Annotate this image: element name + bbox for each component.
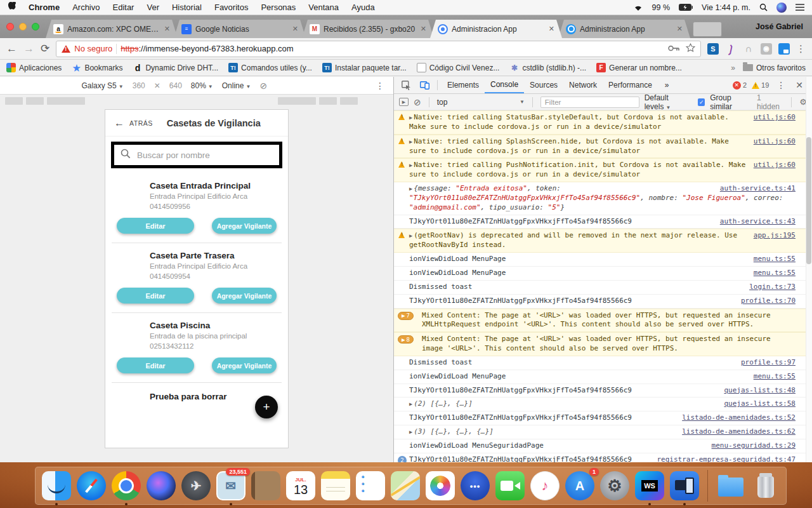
finder-icon[interactable] xyxy=(42,471,71,500)
browser-tab-2[interactable]: ≡Google Noticias✕ xyxy=(174,20,306,38)
device-toolbar-menu-icon[interactable]: ⋮ xyxy=(376,81,384,91)
menubar-item-ventana[interactable]: Ventana xyxy=(308,3,339,12)
reload-button[interactable]: ⟳ xyxy=(41,42,49,55)
tab-close-icon[interactable]: ✕ xyxy=(676,25,684,33)
apple-logo-icon[interactable] xyxy=(8,2,16,13)
console-source-link[interactable]: profile.ts:97 xyxy=(741,358,796,368)
zoom-select[interactable]: 80%▼ xyxy=(191,81,213,90)
media-query-segment[interactable] xyxy=(47,97,85,105)
console-row-3[interactable]: util.js:60▶Native: tried calling PushNot… xyxy=(394,158,812,182)
log-levels-select[interactable]: Default levels▼ xyxy=(645,93,693,111)
expand-arrow-icon[interactable]: ▶ xyxy=(409,401,412,407)
console-row-14[interactable]: menu.ts:55ionViewDidLoad MenuPage xyxy=(394,370,812,384)
console-scrollbar[interactable] xyxy=(806,77,812,462)
bookmark-item-4[interactable]: T!Comandos utiles (y... xyxy=(228,63,312,72)
extension-s-icon[interactable]: S xyxy=(707,43,719,55)
agregar-vigilante-button[interactable]: Agregar Vigilante xyxy=(212,288,277,304)
browser-tab-3[interactable]: MRecibidos (2.355) - gxbo20✕ xyxy=(302,20,434,38)
device-width-input[interactable]: 360 xyxy=(133,81,145,90)
devtools-tab-performance[interactable]: Performance xyxy=(603,77,658,93)
console-row-7[interactable]: menu.ts:55ionViewDidLoad MenuPage xyxy=(394,253,812,267)
console-row-1[interactable]: util.js:60▶Native: tried calling StatusB… xyxy=(394,110,812,135)
downloads-folder-icon[interactable] xyxy=(716,471,745,500)
console-row-16[interactable]: quejas-list.ts:58▶(2) [{…}, {…}] xyxy=(394,398,812,411)
menubar-item-chrome[interactable]: Chrome xyxy=(29,3,60,12)
expand-arrow-icon[interactable]: ▶ xyxy=(409,185,412,192)
extension-feather-icon[interactable]: ❳ xyxy=(724,42,737,55)
bookmark-item-6[interactable]: Código Civil Venez... xyxy=(417,63,500,72)
zoom-window-button[interactable] xyxy=(32,23,39,30)
throttle-off-icon[interactable]: ⊘ xyxy=(259,81,267,91)
console-source-link[interactable]: quejas-list.ts:48 xyxy=(724,386,796,396)
extension-camera-icon[interactable]: ◉ xyxy=(761,43,772,55)
menubar-item-archivo[interactable]: Archivo xyxy=(72,3,100,12)
bookmark-star-icon[interactable] xyxy=(686,43,695,55)
menubar-clock[interactable]: Vie 1:44 p. m. xyxy=(702,3,750,12)
address-bar[interactable]: No seguro https://immense-beyond-67383.h… xyxy=(56,41,701,57)
browser-tab-4[interactable]: Administracion App✕ xyxy=(430,20,562,38)
media-query-segment[interactable] xyxy=(340,97,358,105)
console-row-18[interactable]: listado-de-amenidades.ts:62▶(3) [{…}, {…… xyxy=(394,425,812,439)
console-source-link[interactable]: profile.ts:70 xyxy=(741,297,796,306)
agregar-vigilante-button[interactable]: Agregar Vigilante xyxy=(212,218,277,234)
menubar-item-ver[interactable]: Ver xyxy=(147,3,159,12)
system-preferences-icon[interactable]: ⚙ xyxy=(600,471,629,500)
console-row-17[interactable]: listado-de-amenidades.ts:52TJkyYOrt011u8… xyxy=(394,411,812,425)
editar-button[interactable]: Editar xyxy=(117,358,194,373)
bookmark-item-7[interactable]: ✱cstdlib (stdlib.h) -... xyxy=(509,63,586,72)
console-row-19[interactable]: menu-seguridad.ts:29ionViewDidLoad MenuS… xyxy=(394,439,812,453)
console-source-link[interactable]: auth-service.ts:41 xyxy=(720,184,796,194)
clear-console-icon[interactable]: ⊘ xyxy=(414,97,421,107)
bookmarks-overflow-chevron[interactable]: » xyxy=(731,64,735,72)
console-row-2[interactable]: util.js:60▶Native: tried calling SplashS… xyxy=(394,135,812,159)
back-button-label[interactable]: ATRÁS xyxy=(129,119,153,127)
console-source-link[interactable]: menu.ts:55 xyxy=(754,372,796,382)
chrome-icon[interactable] xyxy=(112,471,141,500)
webstorm-icon[interactable]: WS xyxy=(635,471,664,500)
chrome-profile-name[interactable]: José Gabriel xyxy=(756,22,803,31)
console-row-6[interactable]: app.js:195▶(getRootNav) is deprecated an… xyxy=(394,229,812,253)
expand-arrow-icon[interactable]: ▶ xyxy=(409,114,412,121)
console-source-link[interactable]: auth-service.ts:43 xyxy=(720,217,796,227)
password-key-icon[interactable] xyxy=(668,44,679,53)
console-source-link[interactable]: listado-de-amenidades.ts:62 xyxy=(682,427,796,437)
app-search-box[interactable]: Buscar por nombre xyxy=(111,142,282,168)
other-bookmarks-folder[interactable]: Otros favoritos xyxy=(743,64,806,72)
expand-arrow-icon[interactable]: ▶ xyxy=(409,138,412,145)
console-row-4[interactable]: auth-service.ts:41▶{message: "Entrada ex… xyxy=(394,182,812,215)
console-source-link[interactable]: menu.ts:55 xyxy=(754,255,796,264)
devtools-tab-sources[interactable]: Sources xyxy=(524,77,563,93)
calendar-icon[interactable]: JUL.13 xyxy=(286,471,315,500)
devtools-menu-icon[interactable]: ⋮ xyxy=(774,80,788,90)
network-throttle-select[interactable]: Online▼ xyxy=(222,81,251,90)
mixed-content-count-badge[interactable]: ▶8 xyxy=(398,335,414,344)
security-label[interactable]: No seguro xyxy=(74,44,112,53)
menubar-item-personas[interactable]: Personas xyxy=(261,3,296,12)
forward-button[interactable]: → xyxy=(23,43,34,55)
console-source-link[interactable]: util.js:60 xyxy=(754,137,796,147)
menubar-item-editar[interactable]: Editar xyxy=(112,3,134,12)
console-row-11[interactable]: ▶7Mixed Content: The page at '<URL>' was… xyxy=(394,309,812,333)
security-warning-icon[interactable] xyxy=(62,45,70,53)
console-source-link[interactable]: util.js:60 xyxy=(754,161,796,170)
device-select[interactable]: Galaxy S5▼ xyxy=(81,81,123,90)
media-query-segment[interactable] xyxy=(319,97,337,105)
console-row-15[interactable]: quejas-list.ts:48TJkyYOrt011u80eZFATZnHU… xyxy=(394,384,812,398)
contacts-icon[interactable] xyxy=(251,471,280,500)
minimize-window-button[interactable] xyxy=(19,23,27,30)
photos-icon[interactable] xyxy=(426,471,455,500)
console-row-12[interactable]: ▶8Mixed Content: The page at '<URL>' was… xyxy=(394,332,812,356)
console-row-9[interactable]: login.ts:73Dismissed toast xyxy=(394,281,812,295)
console-source-link[interactable]: registrar-empresa-seguridad.ts:47 xyxy=(657,455,796,462)
editar-button[interactable]: Editar xyxy=(117,218,194,234)
menubar-item-historial[interactable]: Historial xyxy=(172,3,202,12)
trash-icon[interactable] xyxy=(751,471,780,500)
bookmark-item-1[interactable]: Aplicaciones xyxy=(6,63,62,72)
console-row-10[interactable]: profile.ts:70TJkyYOrt011u80eZFATZnHUatgg… xyxy=(394,295,812,309)
devtools-tab-elements[interactable]: Elements xyxy=(442,77,485,93)
bookmark-item-2[interactable]: ★Bookmarks xyxy=(72,63,122,72)
launchpad-icon[interactable]: ✈ xyxy=(181,471,211,500)
extension-pip-icon[interactable] xyxy=(778,43,790,55)
expand-arrow-icon[interactable]: ▶ xyxy=(409,162,412,168)
tab-close-icon[interactable]: ✕ xyxy=(291,25,299,33)
